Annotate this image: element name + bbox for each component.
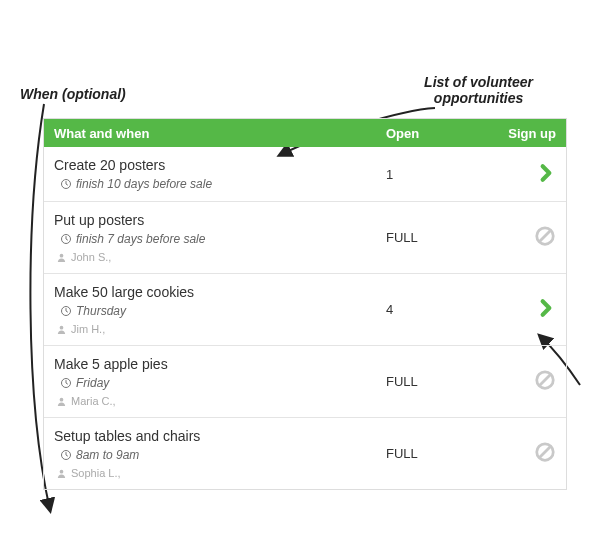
svg-line-10	[540, 375, 551, 386]
clock-icon	[60, 178, 72, 190]
opportunities-table: What and when Open Sign up Create 20 pos…	[43, 118, 567, 490]
table-row: Make 5 apple pies Friday Maria C., FULL	[44, 345, 566, 417]
task-assigned: John S.,	[54, 251, 386, 263]
task-title: Make 5 apple pies	[54, 356, 386, 372]
cell-signup	[486, 369, 556, 394]
task-when-text: Thursday	[76, 304, 126, 318]
task-assigned-text: Maria C.,	[71, 395, 116, 407]
not-available-icon	[534, 441, 556, 463]
cell-open: FULL	[386, 446, 486, 461]
user-icon	[56, 468, 67, 479]
cell-signup	[486, 441, 556, 466]
task-assigned: Maria C.,	[54, 395, 386, 407]
cell-task: Put up posters finish 7 days before sale…	[54, 212, 386, 263]
task-assigned: Jim H.,	[54, 323, 386, 335]
task-when-text: Friday	[76, 376, 109, 390]
clock-icon	[60, 305, 72, 317]
svg-point-8	[60, 397, 64, 401]
cell-signup	[486, 162, 556, 187]
task-when-text: finish 10 days before sale	[76, 177, 212, 191]
task-assigned-text: Sophia L.,	[71, 467, 121, 479]
task-when: Thursday	[54, 304, 386, 318]
cell-signup	[486, 297, 556, 322]
task-when-text: 8am to 9am	[76, 448, 139, 462]
not-available-icon	[534, 225, 556, 247]
task-title: Put up posters	[54, 212, 386, 228]
svg-point-6	[60, 325, 64, 329]
header-signup: Sign up	[486, 126, 556, 141]
cell-task: Make 50 large cookies Thursday Jim H.,	[54, 284, 386, 335]
header-open: Open	[386, 126, 486, 141]
table-row: Create 20 posters finish 10 days before …	[44, 147, 566, 201]
task-when: finish 7 days before sale	[54, 232, 386, 246]
task-title: Make 50 large cookies	[54, 284, 386, 300]
task-assigned-text: Jim H.,	[71, 323, 105, 335]
task-when: Friday	[54, 376, 386, 390]
table-header: What and when Open Sign up	[44, 119, 566, 147]
user-icon	[56, 252, 67, 263]
cell-open: 1	[386, 167, 486, 182]
cell-open: FULL	[386, 230, 486, 245]
table-row: Put up posters finish 7 days before sale…	[44, 201, 566, 273]
cell-signup	[486, 225, 556, 250]
svg-point-12	[60, 469, 64, 473]
clock-icon	[60, 377, 72, 389]
clock-icon	[60, 233, 72, 245]
task-title: Create 20 posters	[54, 157, 386, 173]
cell-task: Make 5 apple pies Friday Maria C.,	[54, 356, 386, 407]
task-assigned: Sophia L.,	[54, 467, 386, 479]
cell-task: Setup tables and chairs 8am to 9am Sophi…	[54, 428, 386, 479]
cell-open: 4	[386, 302, 486, 317]
table-row: Make 50 large cookies Thursday Jim H., 4	[44, 273, 566, 345]
signup-button[interactable]	[536, 297, 556, 319]
header-task: What and when	[54, 126, 386, 141]
task-title: Setup tables and chairs	[54, 428, 386, 444]
cell-open: FULL	[386, 374, 486, 389]
task-when: 8am to 9am	[54, 448, 386, 462]
annotation-opportunities: List of volunteer opportunities	[424, 74, 533, 106]
table-row: Setup tables and chairs 8am to 9am Sophi…	[44, 417, 566, 489]
svg-line-4	[540, 231, 551, 242]
not-available-icon	[534, 369, 556, 391]
clock-icon	[60, 449, 72, 461]
task-when-text: finish 7 days before sale	[76, 232, 205, 246]
cell-task: Create 20 posters finish 10 days before …	[54, 157, 386, 191]
user-icon	[56, 396, 67, 407]
svg-point-2	[60, 253, 64, 257]
task-when: finish 10 days before sale	[54, 177, 386, 191]
task-assigned-text: John S.,	[71, 251, 111, 263]
svg-line-14	[540, 447, 551, 458]
signup-button[interactable]	[536, 162, 556, 184]
annotation-when: When (optional)	[20, 86, 126, 102]
user-icon	[56, 324, 67, 335]
